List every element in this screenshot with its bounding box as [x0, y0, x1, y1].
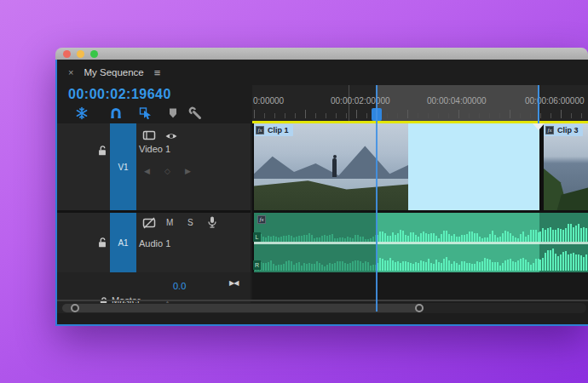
clip-1[interactable]: fx Clip 1: [254, 123, 408, 210]
waveform-bar: [324, 266, 326, 271]
waveform-bar: [451, 236, 453, 242]
waveform-bar: [466, 263, 468, 271]
clip-3[interactable]: fx Clip 3: [544, 123, 588, 210]
waveform-bar: [446, 257, 447, 271]
waveform-bar: [443, 231, 445, 242]
playhead-timecode[interactable]: 00:00:02:19640: [68, 87, 171, 102]
waveform-bar: [298, 236, 300, 242]
zoom-window-button[interactable]: [90, 50, 98, 58]
waveform-bar: [360, 261, 361, 271]
waveform-bar: [494, 235, 496, 242]
timeline-ruler[interactable]: 0:0000000:00:02:0000000:00:04:0000000:00…: [252, 85, 588, 121]
ruler-tick: [274, 113, 275, 118]
mute-button[interactable]: M: [166, 218, 173, 227]
waveform-bar: [435, 236, 437, 242]
add-keyframe-icon[interactable]: ◇: [164, 167, 170, 175]
timeline-area: 0:0000000:00:02:0000000:00:04:0000000:00…: [252, 85, 588, 300]
minimize-window-button[interactable]: [77, 50, 84, 58]
waveform-bar: [433, 233, 435, 242]
next-keyframe-icon[interactable]: ▶: [185, 167, 191, 175]
sync-lock-icon[interactable]: [142, 129, 156, 142]
waveform-bar: [552, 249, 554, 271]
waveform-bar: [441, 263, 442, 271]
waveform-bar: [306, 264, 308, 271]
timeline-settings-wrench-icon[interactable]: [188, 106, 202, 120]
waveform-bar: [575, 226, 577, 242]
add-marker-icon[interactable]: [166, 106, 180, 120]
playhead-line[interactable]: [376, 85, 378, 312]
panel-close-icon[interactable]: ×: [68, 67, 73, 77]
ruler-tick: [295, 113, 296, 118]
waveform-bar: [326, 236, 328, 242]
track-output-eye-icon[interactable]: [164, 129, 178, 143]
ruler-tick: [479, 113, 480, 118]
clip-2-selected[interactable]: [408, 123, 539, 210]
waveform-bar: [400, 263, 401, 271]
voiceover-mic-icon[interactable]: [205, 215, 219, 229]
scrollbar-zoom-handle-left[interactable]: [71, 304, 79, 312]
panel-tab-bar: × My Sequence ≡: [57, 60, 588, 85]
out-point-line[interactable]: [538, 85, 539, 123]
waveform-bar: [379, 258, 381, 271]
waveform-bar: [270, 260, 272, 271]
waveform-bar: [573, 227, 574, 242]
waveform-bar: [420, 260, 422, 271]
waveform-bar: [446, 231, 447, 242]
sync-lock-off-icon[interactable]: [142, 216, 156, 230]
out-point-notch-icon[interactable]: [533, 123, 545, 130]
panel-menu-icon[interactable]: ≡: [154, 66, 161, 79]
waveform-bar: [461, 261, 463, 271]
waveform-bar: [382, 259, 383, 271]
scrollbar-zoom-handle-right[interactable]: [415, 304, 424, 312]
waveform-bar: [580, 228, 582, 242]
waveform-bar: [570, 254, 572, 271]
waveform-bar: [542, 258, 544, 271]
waveform-bar: [438, 262, 440, 271]
scrollbar-thumb[interactable]: [62, 304, 424, 312]
waveform-bar: [367, 262, 369, 271]
waveform-bar: [453, 261, 455, 271]
close-window-button[interactable]: [63, 50, 71, 58]
video-source-patch-v1[interactable]: V1: [110, 123, 136, 210]
ruler-tick: [520, 113, 521, 118]
waveform-bar: [517, 260, 519, 271]
ruler-tick: [285, 113, 285, 118]
audio-track-lock-icon[interactable]: [96, 237, 108, 249]
waveform-bar: [288, 260, 290, 271]
tab-my-sequence[interactable]: My Sequence: [84, 67, 143, 77]
master-volume-value[interactable]: 0.0: [173, 281, 186, 291]
waveform-bar: [464, 261, 465, 271]
waveform-bar: [293, 265, 295, 271]
waveform-bar: [469, 263, 470, 271]
waveform-bar: [530, 265, 532, 271]
waveform-bar: [539, 260, 541, 271]
waveform-bar: [504, 260, 506, 271]
waveform-bar: [384, 233, 386, 242]
waveform-bar: [560, 229, 562, 242]
ruler-tick: [571, 113, 572, 118]
waveform-bar: [357, 235, 359, 242]
waveform-bar: [481, 261, 483, 271]
linked-selection-icon[interactable]: [139, 106, 153, 120]
audio-source-patch-a1[interactable]: A1: [110, 213, 136, 272]
waveform-bar: [497, 262, 499, 271]
waveform-bar: [420, 233, 422, 242]
waveform-bar: [583, 257, 585, 271]
waveform-bar: [545, 253, 546, 271]
waveform-bar: [314, 264, 315, 271]
waveform-bar: [342, 261, 343, 271]
waveform-bar: [550, 227, 551, 242]
waveform-bar: [311, 264, 313, 271]
waveform-bar: [395, 262, 396, 271]
waveform-bar: [397, 233, 399, 242]
pan-keyframe-icon[interactable]: ▶◀: [229, 279, 238, 287]
video-track-lock-icon[interactable]: [96, 145, 108, 157]
nest-sequences-icon[interactable]: [75, 106, 89, 120]
snap-icon[interactable]: [109, 106, 123, 120]
horizontal-scrollbar[interactable]: [61, 303, 586, 313]
waveform-bar: [443, 259, 445, 271]
solo-button[interactable]: S: [187, 218, 193, 227]
right-channel-tag: R: [253, 260, 261, 270]
waveform-bar: [331, 264, 333, 271]
prev-keyframe-icon[interactable]: ◀: [144, 167, 150, 175]
